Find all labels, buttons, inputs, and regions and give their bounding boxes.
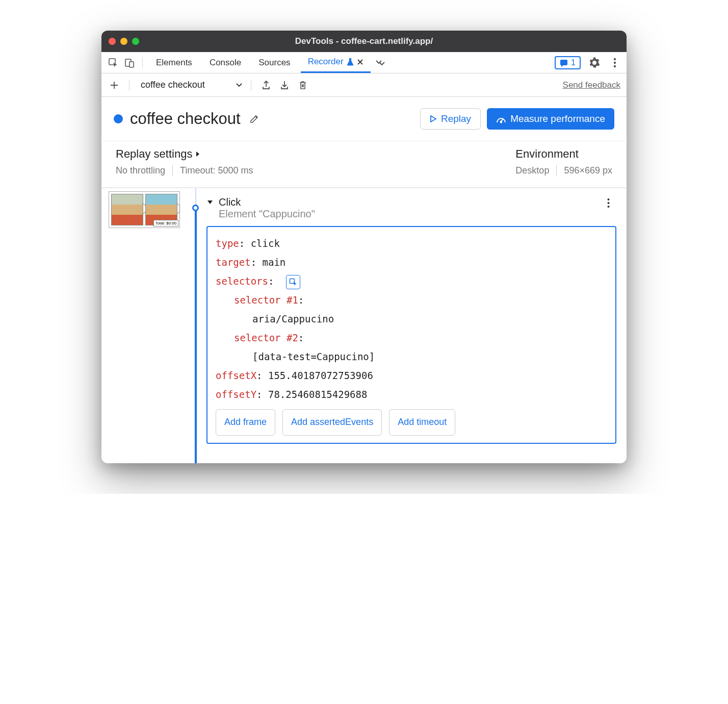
svg-rect-2: [129, 62, 134, 67]
svg-point-8: [607, 198, 609, 200]
prop-key: selector #1: [234, 294, 298, 306]
replay-button-label: Replay: [441, 113, 471, 124]
replay-button[interactable]: Replay: [420, 108, 481, 130]
throttling-value: No throttling: [116, 165, 165, 176]
tab-recorder-label: Recorder: [308, 57, 344, 67]
prop-val[interactable]: 78.25460815429688: [268, 389, 367, 400]
recording-header: coffee checkout Replay Measure performan…: [101, 97, 627, 141]
devtools-window: DevTools - coffee-cart.netlify.app/ Elem…: [101, 31, 627, 463]
device-toolbar-icon[interactable]: [123, 56, 136, 69]
kebab-menu-icon[interactable]: [608, 56, 621, 69]
prop-val[interactable]: 155.40187072753906: [268, 370, 373, 381]
window-minimize-button[interactable]: [120, 38, 127, 45]
svg-point-4: [614, 58, 616, 60]
prop-val[interactable]: click: [251, 238, 280, 249]
prop-key: target: [216, 257, 251, 268]
main-area: Total: $0.00 Click Element "Cappucino" t…: [101, 188, 627, 463]
prop-key: type: [216, 238, 239, 249]
thumbnail-column: Total: $0.00: [101, 188, 189, 463]
recorder-toolbar: coffee checkout Send feedback: [101, 73, 627, 97]
step-kebab-menu-icon[interactable]: [603, 196, 616, 210]
step-subtitle: Element "Cappucino": [219, 208, 315, 220]
issues-icon: [560, 59, 568, 67]
add-asserted-events-button[interactable]: Add assertedEvents: [282, 409, 382, 435]
edit-title-icon[interactable]: [248, 112, 261, 125]
more-tabs-icon[interactable]: [374, 56, 387, 69]
replay-settings-toggle[interactable]: Replay settings: [116, 147, 253, 161]
chevron-down-icon: [236, 83, 243, 88]
measure-performance-button[interactable]: Measure performance: [487, 108, 614, 130]
tab-sources[interactable]: Sources: [251, 52, 297, 73]
replay-settings-label: Replay settings: [116, 147, 192, 161]
device-value: Desktop: [515, 165, 549, 176]
prop-key: selectors: [216, 275, 268, 287]
prop-val[interactable]: main: [263, 257, 286, 268]
step-name: Click: [219, 196, 315, 208]
step-details-box: type: click target: main selectors: sele…: [206, 226, 616, 444]
window-title: DevTools - coffee-cart.netlify.app/: [101, 36, 627, 46]
tab-recorder[interactable]: Recorder: [301, 52, 371, 73]
divider: [556, 165, 557, 176]
prop-key: selector #2: [234, 332, 298, 343]
chevron-right-icon: [195, 150, 200, 158]
window-close-button[interactable]: [109, 38, 116, 45]
add-timeout-button[interactable]: Add timeout: [389, 409, 455, 435]
issues-count: 1: [571, 58, 576, 67]
tabbar: Elements Console Sources Recorder 1: [101, 52, 627, 73]
prop-val[interactable]: aria/Cappucino: [252, 313, 334, 324]
add-frame-button[interactable]: Add frame: [216, 409, 275, 435]
screenshot-thumbnail[interactable]: Total: $0.00: [109, 191, 180, 228]
recording-dropdown-label: coffee checkout: [141, 80, 205, 90]
svg-point-6: [614, 65, 616, 67]
dimensions-value: 596×669 px: [564, 165, 612, 176]
recording-title: coffee checkout: [130, 110, 241, 128]
send-feedback-link[interactable]: Send feedback: [563, 80, 620, 90]
window-maximize-button[interactable]: [132, 38, 139, 45]
divider: [251, 80, 251, 91]
step-column: Click Element "Cappucino" type: click ta…: [203, 188, 627, 463]
play-icon: [430, 115, 437, 123]
prop-key: offsetY: [216, 389, 256, 400]
prop-val[interactable]: [data-test=Cappucino]: [252, 351, 375, 362]
svg-point-9: [607, 202, 609, 204]
prop-key: offsetX: [216, 370, 256, 381]
svg-rect-3: [560, 60, 567, 65]
close-icon[interactable]: [357, 59, 363, 65]
timeout-value: Timeout: 5000 ms: [180, 165, 253, 176]
tab-elements[interactable]: Elements: [149, 52, 199, 73]
export-icon[interactable]: [259, 79, 273, 92]
inspect-icon[interactable]: [107, 56, 120, 69]
issues-badge[interactable]: 1: [555, 56, 581, 69]
gear-icon[interactable]: [588, 56, 601, 69]
divider: [142, 57, 143, 68]
svg-point-5: [614, 61, 616, 63]
svg-point-7: [501, 121, 502, 123]
environment-label: Environment: [515, 147, 612, 161]
recording-status-dot: [114, 114, 123, 123]
import-icon[interactable]: [278, 79, 291, 92]
pick-selector-icon[interactable]: [286, 275, 300, 289]
settings-row: Replay settings No throttling Timeout: 5…: [101, 141, 627, 188]
recording-dropdown[interactable]: coffee checkout: [138, 80, 243, 90]
measure-button-label: Measure performance: [510, 113, 605, 124]
divider: [129, 80, 129, 91]
delete-icon[interactable]: [296, 79, 309, 92]
thumbnail-badge: Total: $0.00: [153, 220, 178, 227]
tab-console[interactable]: Console: [202, 52, 248, 73]
svg-point-10: [607, 206, 609, 208]
new-recording-icon[interactable]: [108, 79, 121, 92]
timeline: [189, 188, 203, 463]
gauge-icon: [496, 114, 506, 123]
step-header[interactable]: Click Element "Cappucino": [206, 193, 616, 226]
experiment-icon: [347, 58, 354, 66]
timeline-step-dot[interactable]: [192, 205, 199, 211]
divider: [172, 165, 173, 176]
window-titlebar: DevTools - coffee-cart.netlify.app/: [101, 31, 627, 52]
chevron-down-icon: [206, 199, 214, 206]
